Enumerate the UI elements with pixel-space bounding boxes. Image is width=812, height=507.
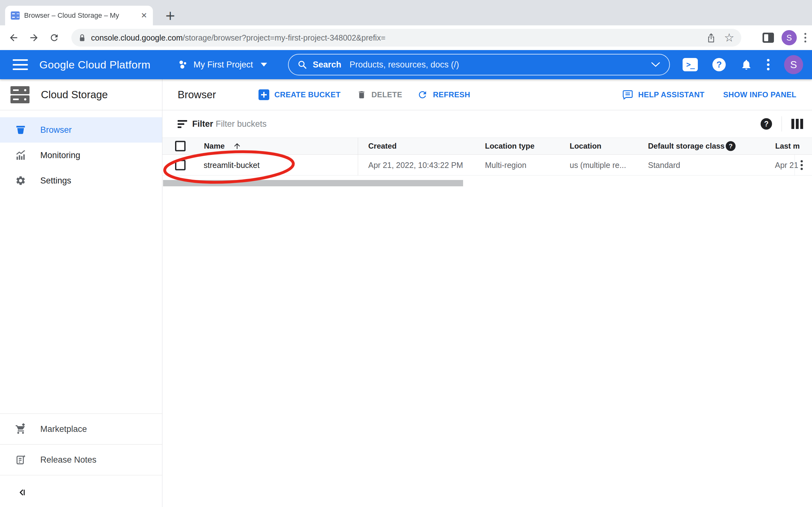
help-icon[interactable]: ?	[712, 58, 726, 71]
project-caret-icon	[261, 63, 267, 66]
filter-label: Filter	[192, 119, 213, 129]
filter-bar: Filter Filter buckets ?	[162, 110, 812, 138]
account-avatar[interactable]: S	[784, 55, 803, 74]
reload-button[interactable]	[48, 32, 60, 44]
back-arrow-icon	[8, 32, 19, 43]
cloud-shell-icon[interactable]: >_	[682, 58, 698, 71]
collapse-sidebar-icon[interactable]	[15, 486, 29, 499]
sidebar-item-label: Release Notes	[40, 455, 96, 465]
cell-created: Apr 21, 2022, 10:43:22 PM	[368, 160, 463, 170]
sidebar-item-label: Browser	[40, 125, 72, 135]
monitoring-chart-icon	[14, 150, 27, 161]
tab-title: Browser – Cloud Storage – My	[24, 11, 138, 20]
refresh-button[interactable]: REFRESH	[417, 89, 470, 100]
tab-close-icon[interactable]: ✕	[141, 11, 147, 20]
horizontal-scrollbar[interactable]	[163, 180, 463, 186]
global-search[interactable]: Search Products, resources, docs (/)	[288, 54, 670, 75]
gcp-header: Google Cloud Platform My First Project S…	[0, 50, 812, 79]
select-all-checkbox[interactable]	[175, 141, 186, 152]
column-header-storage-class[interactable]: Default storage class	[648, 142, 724, 151]
table-header: Name Created Location type Location Defa…	[162, 138, 812, 155]
column-divider	[358, 138, 358, 154]
url-bar[interactable]: console.cloud.google.com/storage/browser…	[71, 29, 741, 47]
column-header-last-modified[interactable]: Last m	[775, 142, 800, 151]
refresh-icon	[417, 89, 428, 100]
url-path: /storage/browser?project=my-first-projec…	[183, 33, 386, 42]
sidebar-title: Cloud Storage	[41, 89, 108, 101]
url-domain: console.cloud.google.com	[91, 33, 183, 42]
column-display-options-icon[interactable]	[792, 119, 803, 129]
project-icon	[177, 59, 189, 70]
sidebar-item-settings[interactable]: Settings	[0, 168, 162, 193]
bucket-name-link[interactable]: streamlit-bucket	[204, 160, 259, 170]
sidebar-nav: Browser Monitoring Settings	[0, 117, 162, 193]
bookmark-star-icon[interactable]: ☆	[724, 32, 734, 43]
create-bucket-button[interactable]: CREATE BUCKET	[258, 89, 341, 100]
lock-icon	[78, 34, 86, 42]
gear-icon	[14, 175, 27, 186]
release-notes-icon	[14, 454, 27, 465]
side-panel-icon[interactable]	[763, 33, 774, 43]
delete-button[interactable]: DELETE	[357, 90, 402, 100]
column-divider	[358, 155, 358, 175]
bucket-icon	[14, 124, 27, 135]
column-header-location[interactable]: Location	[570, 142, 601, 151]
forward-arrow-icon	[29, 32, 39, 43]
filter-input[interactable]: Filter buckets	[216, 119, 267, 129]
browser-tab[interactable]: Browser – Cloud Storage – My ✕	[5, 6, 153, 25]
cell-storage-class: Standard	[648, 160, 680, 170]
back-button[interactable]	[8, 32, 20, 44]
search-placeholder: Products, resources, docs (/)	[350, 60, 651, 70]
help-assistant-button[interactable]: HELP ASSISTANT	[622, 89, 705, 100]
chat-bubble-icon	[622, 89, 633, 100]
sidebar-item-marketplace[interactable]: Marketplace	[0, 414, 162, 444]
project-switcher[interactable]: My First Project	[177, 59, 267, 70]
column-divider	[795, 155, 795, 175]
screenshot-root: Browser – Cloud Storage – My ✕ + console…	[0, 0, 812, 507]
browser-toolbar: console.cloud.google.com/storage/browser…	[0, 25, 812, 50]
sidebar-item-label: Marketplace	[40, 424, 87, 434]
show-info-panel-button[interactable]: SHOW INFO PANEL	[723, 90, 797, 99]
browser-profile-avatar[interactable]: S	[781, 30, 797, 45]
page-toolbar: Browser CREATE BUCKET DELETE REFRESH	[162, 79, 812, 110]
new-tab-button[interactable]: +	[165, 7, 176, 24]
column-header-created[interactable]: Created	[368, 142, 397, 151]
sort-ascending-icon[interactable]	[233, 142, 241, 151]
divider	[0, 475, 162, 475]
gcp-logo[interactable]: Google Cloud Platform	[39, 59, 150, 71]
sidebar-item-browser[interactable]: Browser	[0, 117, 162, 143]
row-more-actions-icon[interactable]	[801, 160, 803, 170]
browser-tab-strip: Browser – Cloud Storage – My ✕ +	[0, 0, 812, 25]
column-header-location-type[interactable]: Location type	[485, 142, 535, 151]
search-label: Search	[313, 60, 341, 70]
url-text: console.cloud.google.com/storage/browser…	[91, 33, 703, 43]
main-content: Browser CREATE BUCKET DELETE REFRESH	[162, 79, 812, 507]
trash-icon	[357, 90, 366, 100]
bucket-row[interactable]: streamlit-bucket Apr 21, 2022, 10:43:22 …	[162, 155, 812, 176]
cell-location: us (multiple re...	[570, 160, 626, 170]
cloud-storage-favicon-icon	[11, 11, 20, 20]
sidebar-item-monitoring[interactable]: Monitoring	[0, 143, 162, 168]
row-checkbox[interactable]	[175, 160, 186, 170]
forward-button[interactable]	[28, 32, 40, 44]
sidebar-item-label: Monitoring	[40, 151, 80, 160]
search-chevron-down-icon[interactable]	[651, 62, 660, 67]
cell-location-type: Multi-region	[485, 160, 526, 170]
page-title: Browser	[177, 89, 216, 101]
hamburger-menu-icon[interactable]	[13, 59, 28, 70]
browser-menu-icon[interactable]	[804, 33, 806, 43]
sidebar-item-release-notes[interactable]: Release Notes	[0, 445, 162, 475]
notifications-bell-icon[interactable]	[740, 58, 752, 71]
column-header-name[interactable]: Name	[204, 142, 224, 151]
header-more-menu-icon[interactable]	[767, 59, 769, 70]
filter-icon	[177, 120, 187, 128]
share-icon[interactable]	[706, 33, 716, 43]
cloud-storage-logo-icon	[10, 86, 30, 103]
filter-help-icon[interactable]: ?	[761, 118, 772, 130]
storage-class-help-icon[interactable]: ?	[726, 141, 735, 151]
divider	[781, 116, 782, 131]
sidebar-item-label: Settings	[40, 176, 71, 186]
reload-icon	[49, 33, 59, 43]
search-icon	[298, 60, 307, 69]
project-name: My First Project	[194, 60, 253, 70]
